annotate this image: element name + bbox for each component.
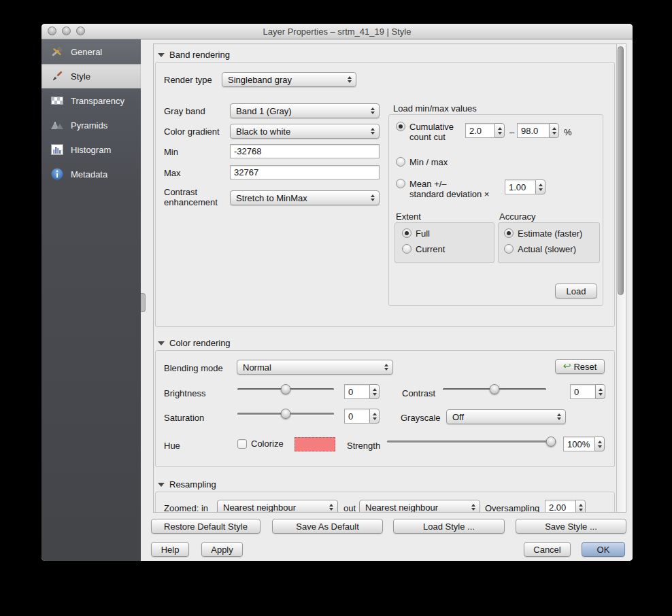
disclosure-triangle-icon [158,341,165,345]
render-type-select[interactable]: Singleband gray [222,72,356,87]
minimize-button[interactable] [62,27,71,35]
radio-dot-icon [396,157,405,167]
save-style-button[interactable]: Save Style ... [516,519,626,534]
render-type-value: Singleband gray [228,75,292,85]
sidebar-item-transparency[interactable]: Transparency [41,88,141,113]
saturation-label: Saturation [164,413,204,423]
style-icon [50,69,65,83]
slider-knob[interactable] [545,437,556,447]
stepper-icon[interactable] [369,384,380,399]
colorize-checkbox[interactable]: Colorize [237,439,284,449]
std-deviation-spinbox[interactable]: 1.00 [505,179,545,194]
percent-label: % [564,127,572,137]
vertical-scrollbar[interactable] [616,44,626,512]
histogram-icon [50,143,65,156]
oversampling-spinbox[interactable]: 2.00 [545,500,586,512]
accuracy-actual-radio[interactable]: Actual (slower) [504,244,576,254]
help-button[interactable]: Help [151,542,189,557]
gray-band-select[interactable]: Band 1 (Gray) [230,103,380,118]
saturation-spinbox[interactable]: 0 [344,409,380,424]
slider-knob[interactable] [490,384,500,394]
restore-default-style-button[interactable]: Restore Default Style [151,519,261,534]
sidebar-item-pyramids[interactable]: Pyramids [41,113,141,137]
contrast-enhancement-select[interactable]: Stretch to MinMax [230,190,380,205]
apply-button[interactable]: Apply [201,542,243,557]
extent-full-radio[interactable]: Full [402,228,430,239]
save-as-default-button[interactable]: Save As Default [272,519,383,534]
load-button[interactable]: Load [555,284,597,298]
cancel-button[interactable]: Cancel [524,542,571,557]
zoom-button[interactable] [76,27,85,35]
contrast-label: Contrast [402,388,435,398]
titlebar[interactable]: Layer Properties – srtm_41_19 | Style [41,24,633,39]
cumulative-max-spinbox[interactable]: 98.0 [517,123,559,138]
stepper-icon[interactable] [595,384,605,399]
sidebar-item-label: Pyramids [71,120,107,131]
gray-band-value: Band 1 (Gray) [236,106,292,116]
zoomed-in-select[interactable]: Nearest neighbour [217,500,338,512]
general-icon [50,45,65,58]
contrast-spinbox[interactable]: 0 [570,384,605,399]
stepper-icon[interactable] [369,409,380,424]
load-style-button[interactable]: Load Style ... [393,519,505,534]
blending-mode-value: Normal [243,362,271,373]
mean-std-deviation-radio[interactable]: Mean +/– standard deviation × [396,179,489,199]
stepper-icon[interactable] [549,123,559,138]
colorize-color-swatch[interactable] [295,437,335,451]
slider-track [387,441,556,443]
close-button[interactable] [48,27,56,35]
max-input[interactable]: 32767 [230,165,380,179]
slider-knob[interactable] [281,409,291,419]
resampling-section-header[interactable]: Resampling [158,479,216,490]
accuracy-estimate-radio[interactable]: Estimate (faster) [504,228,582,239]
hue-label: Hue [164,441,180,451]
extent-box: Full Current [394,222,494,263]
contrast-enhancement-label: Contrast enhancement [164,187,218,207]
color-gradient-select[interactable]: Black to white [230,124,380,139]
zoomed-in-label: Zoomed: in [164,503,208,512]
window-title: Layer Properties – srtm_41_19 | Style [263,27,411,37]
section-title: Band rendering [169,50,230,60]
blending-mode-select[interactable]: Normal [237,360,393,375]
reset-button[interactable]: ↩ Reset [555,359,605,374]
stepper-icon[interactable] [575,500,586,512]
popup-arrows-icon [382,360,390,374]
style-content: Band rendering Render type Singleband gr… [154,44,617,512]
stepper-icon[interactable] [535,179,545,194]
layer-properties-window: Layer Properties – srtm_41_19 | Style [41,24,633,561]
contrast-slider[interactable] [443,383,546,394]
brightness-slider[interactable] [237,383,334,394]
radio-dot-icon [504,228,514,238]
splitter-handle[interactable] [141,293,146,312]
min-input[interactable]: -32768 [230,144,380,158]
scrollbar-thumb[interactable] [618,46,624,295]
min-label: Min [164,147,178,157]
popup-arrows-icon [469,500,477,512]
sidebar-item-label: Style [71,71,90,82]
traffic-lights [48,27,85,35]
strength-spinbox[interactable]: 100% [563,437,605,451]
sidebar-item-general[interactable]: General [41,39,141,64]
strength-slider[interactable] [387,436,556,447]
disclosure-triangle-icon [158,483,165,487]
zoomed-out-select[interactable]: Nearest neighbour [359,500,480,512]
cumulative-count-cut-radio[interactable]: Cumulative count cut [396,122,454,142]
grayscale-select[interactable]: Off [446,409,566,424]
sidebar-item-histogram[interactable]: Histogram [41,137,141,162]
ok-button[interactable]: OK [582,542,625,557]
sidebar-item-metadata[interactable]: Metadata [41,162,141,186]
brightness-spinbox[interactable]: 0 [344,384,380,399]
sidebar-item-label: Histogram [71,145,111,155]
stepper-icon[interactable] [494,123,505,138]
saturation-slider[interactable] [237,408,334,419]
cumulative-min-spinbox[interactable]: 2.0 [465,123,505,138]
min-max-radio[interactable]: Min / max [396,157,448,167]
extent-current-radio[interactable]: Current [402,244,445,254]
stepper-icon[interactable] [594,437,605,451]
color-rendering-section-header[interactable]: Color rendering [158,338,231,348]
sidebar-item-label: Metadata [71,169,107,179]
main-panel: Band rendering Render type Singleband gr… [141,39,633,561]
band-rendering-section-header[interactable]: Band rendering [158,50,230,60]
sidebar-item-style[interactable]: Style [41,64,141,88]
slider-knob[interactable] [281,384,291,394]
